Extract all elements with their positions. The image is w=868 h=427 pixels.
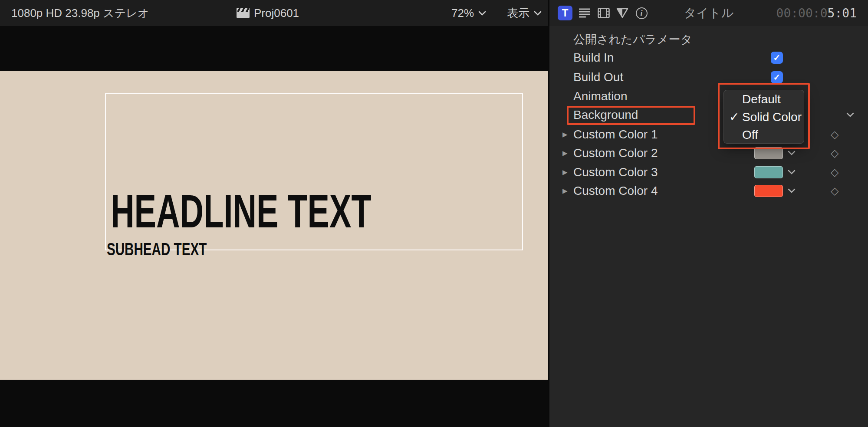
chevron-down-icon[interactable] [788,188,796,193]
keyframe-diamond-icon[interactable]: ◇ [831,125,838,144]
color-swatch[interactable] [754,185,783,197]
disclosure-triangle-icon[interactable]: ▶ [562,125,568,144]
keyframe-diamond-icon[interactable]: ◇ [831,144,838,163]
check-icon: ✓ [729,108,739,126]
chevron-down-icon[interactable] [478,11,486,16]
param-label: Animation [573,87,628,106]
published-parameters-heading: 公開されたパラメータ [573,30,692,49]
param-label: Custom Color 3 [573,163,658,182]
project-name-group: Proj0601 [237,0,299,26]
viewer-letterbox [0,406,549,427]
param-label: Build Out [573,68,623,87]
param-label: Custom Color 4 [573,181,658,200]
chevron-down-icon[interactable] [788,151,796,155]
viewer-area: HEADLINE TEXT SUBHEAD TEXT [0,26,549,427]
disclosure-triangle-icon[interactable]: ▶ [562,181,568,200]
param-row-custom-color-2: ▶ Custom Color 2 ◇ [549,144,868,163]
menu-item-solid-color[interactable]: ✓Solid Color [724,108,804,126]
param-label: Build In [573,48,614,67]
check-icon: ✓ [773,53,781,63]
disclosure-triangle-icon[interactable]: ▶ [562,144,568,163]
viewer-header: 1080p HD 23.98p ステレオ Proj0601 72% 表示 [0,0,549,26]
menu-item-default[interactable]: Default [724,90,804,108]
view-menu[interactable]: 表示 [507,0,542,26]
view-label: 表示 [507,6,529,21]
subhead-text: SUBHEAD TEXT [107,240,207,258]
timecode-bright: 5:01 [828,6,857,20]
background-popup-menu: Default ✓Solid Color Off [723,90,804,144]
param-label: Background [573,105,638,125]
clapper-icon [237,8,250,18]
check-icon: ✓ [773,72,781,82]
param-label: Custom Color 1 [573,125,658,144]
param-row-background: Background [549,105,868,125]
chevron-down-icon[interactable] [846,112,854,117]
project-name: Proj0601 [254,7,299,20]
param-row-animation: Animation [549,87,868,106]
chevron-down-icon[interactable] [788,170,796,174]
param-row-custom-color-1: ▶ Custom Color 1 ◇ [549,125,868,144]
timecode-display: 00:00:05:01 [776,0,857,26]
build-out-checkbox[interactable]: ✓ [771,71,783,83]
disclosure-triangle-icon[interactable]: ▶ [562,163,568,182]
headline-text: HEADLINE TEXT [111,188,372,235]
format-label: 1080p HD 23.98p ステレオ [11,0,149,26]
inspector-panel: T i タイトル 00:00:05:01 公開されたパラメータ Build In [549,0,868,427]
inspector-header: T i タイトル 00:00:05:01 [549,0,868,26]
param-row-build-in: Build In ✓ [549,48,868,67]
video-canvas: HEADLINE TEXT SUBHEAD TEXT [0,71,549,380]
color-swatch[interactable] [754,166,783,178]
panel-divider [548,0,549,427]
menu-item-off[interactable]: Off [724,126,804,144]
zoom-menu[interactable]: 72% [451,0,486,26]
param-row-custom-color-4: ▶ Custom Color 4 ◇ [549,181,868,200]
param-label: Custom Color 2 [573,144,658,163]
final-cut-pro-window: 1080p HD 23.98p ステレオ Proj0601 72% 表示 HEA… [0,0,868,427]
build-in-checkbox[interactable]: ✓ [771,52,783,64]
keyframe-diamond-icon[interactable]: ◇ [831,163,838,182]
zoom-value: 72% [451,7,474,20]
chevron-down-icon[interactable] [534,11,542,16]
color-swatch[interactable] [754,147,783,159]
timecode-dim: 00:00:0 [776,6,828,20]
keyframe-diamond-icon[interactable]: ◇ [831,181,838,200]
param-row-custom-color-3: ▶ Custom Color 3 ◇ [549,163,868,182]
param-row-build-out: Build Out ✓ [549,68,868,87]
